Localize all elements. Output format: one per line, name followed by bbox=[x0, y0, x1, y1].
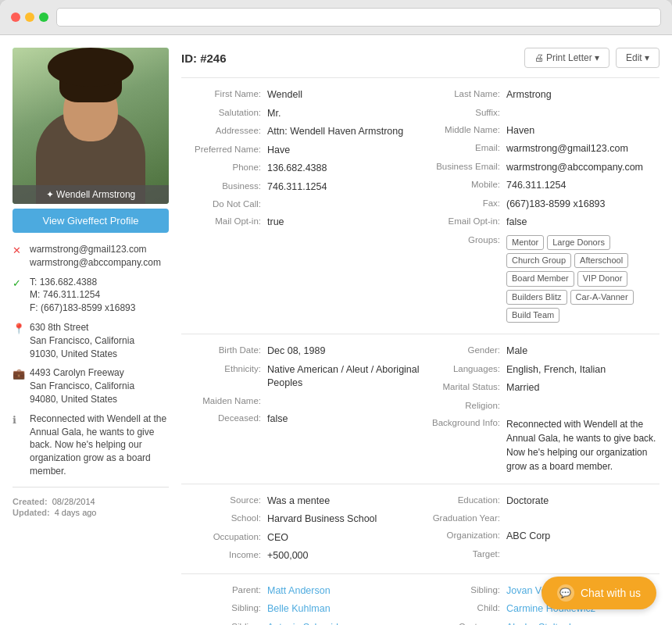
languages-row: Languages: English, French, Italian bbox=[420, 361, 659, 380]
languages: English, French, Italian bbox=[506, 363, 659, 377]
basic-info-grid: First Name: Wendell Salutation: Mr. Addr… bbox=[181, 86, 659, 326]
email-row: Email: warmstrong@gmail123.com bbox=[420, 140, 659, 159]
last-name-row: Last Name: Armstrong bbox=[420, 86, 659, 105]
preferred-name-row: Preferred Name: Have bbox=[181, 141, 420, 160]
sibling3[interactable]: Antonio Schneider bbox=[267, 621, 420, 625]
customer1[interactable]: Alysha Stoltenberg bbox=[506, 621, 659, 625]
middle-name: Haven bbox=[506, 124, 659, 138]
sidebar-address2-row: 💼 4493 Carolyn Freeway San Francisco, Ca… bbox=[13, 364, 169, 408]
sidebar-meta: Created: 08/28/2014 Updated: 4 days ago bbox=[13, 497, 169, 519]
customer1-row: Customer: Alysha Stoltenberg bbox=[420, 619, 659, 625]
person-id: ID: #246 bbox=[181, 52, 227, 65]
sidebar-address2-line3: 94080, United States bbox=[30, 393, 134, 406]
marital-status: Married bbox=[506, 381, 659, 395]
parent1-row: Parent: Matt Anderson bbox=[181, 582, 420, 601]
detail-panel: ID: #246 🖨 Print Letter ▾ Edit ▾ bbox=[181, 48, 659, 625]
tag-afterschool[interactable]: Afterschool bbox=[574, 253, 628, 268]
email-icon: ✕ bbox=[13, 244, 25, 258]
income: +500,000 bbox=[267, 549, 420, 563]
tag-build-team[interactable]: Build Team bbox=[506, 308, 559, 323]
gender: Male bbox=[506, 345, 659, 359]
personal-info-left: Birth Date: Dec 08, 1989 Ethnicity: Nati… bbox=[181, 342, 420, 476]
sibling3-row: Sibling: Antonio Schneider bbox=[181, 619, 420, 625]
browser-window: ✦ Wendell Armstrong View Giveffect Profi… bbox=[0, 0, 672, 625]
background-info: Reconnected with Wendell at the Annual G… bbox=[506, 417, 659, 473]
graduation-year-row: Graduation Year: bbox=[420, 510, 659, 527]
email-opt-in: false bbox=[506, 216, 659, 230]
tag-board-member[interactable]: Board Member bbox=[506, 271, 574, 286]
sidebar-address2-line1: 4493 Carolyn Freeway bbox=[30, 366, 134, 380]
tag-mentor[interactable]: Mentor bbox=[506, 235, 544, 250]
fax-row: Fax: (667)183-8599 x16893 bbox=[420, 195, 659, 214]
chat-icon: 💬 bbox=[557, 584, 574, 602]
avatar-name: ✦ Wendell Armstrong bbox=[13, 185, 169, 204]
url-bar[interactable] bbox=[56, 8, 661, 27]
browser-dots bbox=[11, 12, 48, 22]
detail-header: ID: #246 🖨 Print Letter ▾ Edit ▾ bbox=[181, 48, 659, 68]
email-opt-in-row: Email Opt-in: false bbox=[420, 213, 659, 232]
personal-info-section: Birth Date: Dec 08, 1989 Ethnicity: Nati… bbox=[181, 334, 659, 476]
do-not-call-row: Do Not Call: bbox=[181, 196, 420, 213]
print-letter-button[interactable]: 🖨 Print Letter ▾ bbox=[524, 48, 609, 68]
addressee-row: Addressee: Attn: Wendell Haven Armstrong bbox=[181, 123, 420, 141]
chat-button[interactable]: 💬 Chat with us bbox=[542, 577, 656, 609]
background-row: Background Info: Reconnected with Wendel… bbox=[420, 415, 659, 476]
sidebar-address2-line2: San Francisco, California bbox=[30, 380, 134, 393]
school-row: School: Harvard Business School bbox=[181, 510, 420, 529]
maximize-dot[interactable] bbox=[39, 12, 48, 22]
middle-name-row: Middle Name: Haven bbox=[420, 122, 659, 141]
mobile-row: Mobile: 746.311.1254 bbox=[420, 177, 659, 195]
sibling2[interactable]: Belle Kuhlman bbox=[267, 602, 420, 616]
birth-date-row: Birth Date: Dec 08, 1989 bbox=[181, 342, 420, 361]
sidebar-email1: warmstrong@gmail123.com bbox=[30, 243, 161, 256]
first-name: Wendell bbox=[267, 88, 420, 102]
groups-tags: Mentor Large Donors Church Group Aftersc… bbox=[506, 234, 659, 324]
sidebar-phone-row: ✓ T: 136.682.4388 M: 746.311.1254 F: (66… bbox=[13, 273, 169, 317]
updated-label: Updated: bbox=[13, 508, 50, 517]
marital-status-row: Marital Status: Married bbox=[420, 379, 659, 398]
last-name: Armstrong bbox=[506, 88, 659, 102]
minimize-dot[interactable] bbox=[25, 12, 34, 22]
tag-builders-blitz[interactable]: Builders Blitz bbox=[506, 290, 567, 305]
professional-info-right: Education: Doctorate Graduation Year: Or… bbox=[420, 492, 659, 566]
sibling2-row: Sibling: Belle Kuhlman bbox=[181, 600, 420, 619]
business-email-row: Business Email: warmstrong@abccompany.co… bbox=[420, 159, 659, 177]
sidebar-address1-line3: 91030, United States bbox=[30, 348, 134, 361]
business: 746.311.1254 bbox=[267, 180, 420, 195]
tag-car-a-vanner[interactable]: Car-A-Vanner bbox=[570, 290, 634, 305]
avatar-hair bbox=[59, 55, 122, 102]
sidebar-bio: Reconnected with Wendell at the Annual G… bbox=[30, 412, 169, 478]
basic-info-left: First Name: Wendell Salutation: Mr. Addr… bbox=[181, 86, 420, 326]
source-row: Source: Was a mentee bbox=[181, 492, 420, 511]
view-profile-button[interactable]: View Giveffect Profile bbox=[13, 209, 169, 233]
occupation: CEO bbox=[267, 531, 420, 545]
sidebar-bio-row: ℹ Reconnected with Wendell at the Annual… bbox=[13, 410, 169, 480]
created-row: Created: 08/28/2014 bbox=[13, 497, 169, 506]
tag-vip-donor[interactable]: VIP Donor bbox=[577, 271, 628, 286]
personal-info-right: Gender: Male Languages: English, French,… bbox=[420, 342, 659, 476]
edit-button[interactable]: Edit ▾ bbox=[616, 48, 659, 68]
basic-info-right: Last Name: Armstrong Suffix: Middle Name… bbox=[420, 86, 659, 326]
deceased: false bbox=[267, 412, 420, 427]
sidebar-address1-line2: San Francisco, California bbox=[30, 334, 134, 348]
tag-church-group[interactable]: Church Group bbox=[506, 253, 571, 268]
sidebar-phone-t: T: 136.682.4388 bbox=[30, 276, 135, 289]
mail-opt-in: true bbox=[267, 216, 420, 230]
main-content: ✦ Wendell Armstrong View Giveffect Profi… bbox=[0, 35, 672, 625]
source: Was a mentee bbox=[267, 495, 420, 509]
maiden-name-row: Maiden Name: bbox=[181, 393, 420, 410]
sidebar-email-row: ✕ warmstrong@gmail123.com warmstrong@abc… bbox=[13, 241, 169, 272]
sidebar-divider bbox=[13, 487, 169, 488]
location-icon: 📍 bbox=[13, 322, 25, 336]
groups-row: Groups: Mentor Large Donors Church Group… bbox=[420, 232, 659, 327]
header-buttons: 🖨 Print Letter ▾ Edit ▾ bbox=[524, 48, 659, 68]
tag-large-donors[interactable]: Large Donors bbox=[547, 235, 610, 250]
occupation-row: Occupation: CEO bbox=[181, 529, 420, 548]
target-row: Target: bbox=[420, 546, 659, 563]
email: warmstrong@gmail123.com bbox=[506, 142, 659, 156]
close-dot[interactable] bbox=[11, 12, 20, 22]
sidebar: ✦ Wendell Armstrong View Giveffect Profi… bbox=[13, 48, 169, 625]
parent1[interactable]: Matt Anderson bbox=[267, 584, 420, 598]
education: Doctorate bbox=[506, 495, 659, 509]
phone-icon: ✓ bbox=[13, 277, 25, 291]
